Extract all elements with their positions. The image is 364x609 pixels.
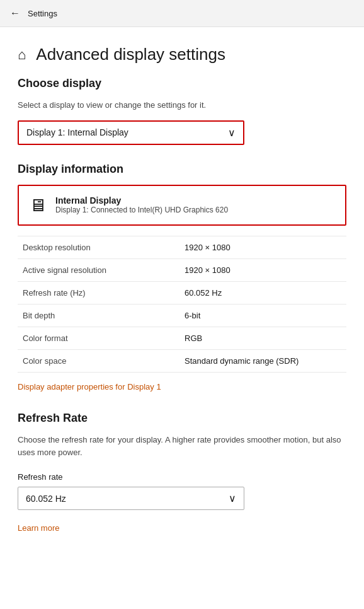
- display-adapter-link[interactable]: Display adapter properties for Display 1: [18, 382, 161, 392]
- refresh-rate-title: Refresh Rate: [18, 412, 346, 425]
- table-row: Refresh rate (Hz) 60.052 Hz: [18, 281, 346, 304]
- table-row: Bit depth 6-bit: [18, 304, 346, 327]
- choose-display-description: Select a display to view or change the s…: [18, 99, 346, 112]
- row-label: Desktop resolution: [18, 236, 182, 258]
- table-row: Desktop resolution 1920 × 1080: [18, 236, 346, 258]
- row-label: Active signal resolution: [18, 258, 182, 281]
- row-value: 60.052 Hz: [182, 281, 346, 304]
- refresh-rate-label: Refresh rate: [18, 472, 346, 482]
- display-selector-dropdown[interactable]: Display 1: Internal Display ∨: [18, 120, 244, 145]
- display-information-section: Display information 🖥 Internal Display D…: [18, 163, 346, 407]
- table-row: Color space Standard dynamic range (SDR): [18, 349, 346, 372]
- table-row: Color format RGB: [18, 327, 346, 349]
- row-value: RGB: [182, 327, 346, 349]
- display-information-title: Display information: [18, 163, 346, 176]
- refresh-rate-dropdown[interactable]: 60.052 Hz ∨: [18, 487, 244, 510]
- page-title: Advanced display settings: [36, 45, 225, 64]
- refresh-chevron-down-icon: ∨: [229, 492, 236, 504]
- row-value: Standard dynamic range (SDR): [182, 349, 346, 372]
- chevron-down-icon: ∨: [228, 127, 236, 139]
- back-button[interactable]: ←: [10, 8, 20, 19]
- refresh-rate-section: Refresh Rate Choose the refresh rate for…: [18, 412, 346, 548]
- title-bar-text: Settings: [28, 9, 57, 18]
- refresh-rate-description: Choose the refresh rate for your display…: [18, 434, 346, 460]
- display-selector-value: Display 1: Internal Display: [26, 127, 128, 137]
- row-label: Color space: [18, 349, 182, 372]
- choose-display-title: Choose display: [18, 77, 346, 90]
- row-label: Refresh rate (Hz): [18, 281, 182, 304]
- main-content: Choose display Select a display to view …: [0, 77, 364, 548]
- title-bar: ← Settings: [0, 0, 364, 27]
- choose-display-section: Choose display Select a display to view …: [18, 77, 346, 145]
- refresh-rate-value: 60.052 Hz: [26, 494, 66, 504]
- monitor-icon: 🖥: [29, 195, 47, 216]
- display-card-name: Internal Display: [55, 195, 228, 206]
- row-value: 1920 × 1080: [182, 236, 346, 258]
- page-header: ⌂ Advanced display settings: [0, 27, 364, 77]
- display-info-table: Desktop resolution 1920 × 1080 Active si…: [18, 236, 346, 373]
- row-value: 6-bit: [182, 304, 346, 327]
- display-card-subtitle: Display 1: Connected to Intel(R) UHD Gra…: [55, 206, 228, 214]
- learn-more-link[interactable]: Learn more: [18, 523, 59, 533]
- row-value: 1920 × 1080: [182, 258, 346, 281]
- display-card-info: Internal Display Display 1: Connected to…: [55, 195, 228, 214]
- display-card: 🖥 Internal Display Display 1: Connected …: [18, 185, 346, 226]
- row-label: Bit depth: [18, 304, 182, 327]
- home-icon[interactable]: ⌂: [18, 47, 26, 63]
- table-row: Active signal resolution 1920 × 1080: [18, 258, 346, 281]
- row-label: Color format: [18, 327, 182, 349]
